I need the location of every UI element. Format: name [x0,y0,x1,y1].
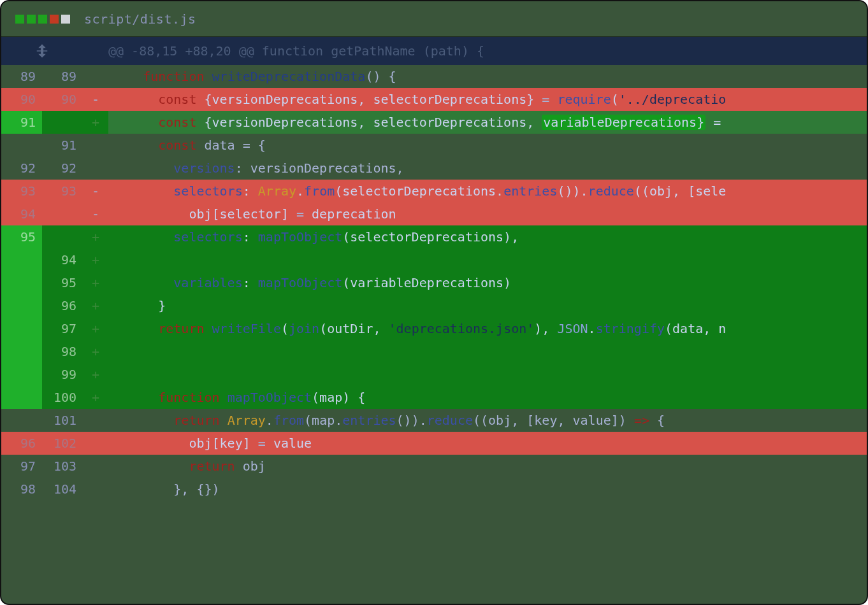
diff-body: 8989 function writeDeprecationData() {90… [1,65,867,501]
line-number-old: 95 [1,225,42,248]
diff-line[interactable]: 98104 }, {}) [1,478,867,501]
code-content: const {versionDeprecations, selectorDepr… [108,88,867,111]
code-content [108,340,867,363]
diff-mark [83,65,108,88]
diff-mark [83,157,108,180]
diff-line[interactable]: 95+ variables: mapToObject(variableDepre… [1,271,867,294]
code-content: } [108,294,867,317]
file-path: script/dist.js [84,11,196,27]
diff-line[interactable]: 98+ [1,340,867,363]
line-number-new [42,111,83,134]
code-content: selectors: Array.from(selectorDeprecatio… [108,180,867,203]
line-number-new: 95 [42,271,83,294]
diff-line[interactable]: 9090- const {versionDeprecations, select… [1,88,867,111]
line-number-new: 92 [42,157,83,180]
square-icon [61,15,70,24]
line-number-old [1,248,42,271]
line-number-old: 91 [1,111,42,134]
diff-mark [83,134,108,157]
square-icon [27,15,36,24]
line-number-new: 94 [42,248,83,271]
diff-mark [83,455,108,478]
code-content [108,363,867,386]
diff-line[interactable]: 95+ selectors: mapToObject(selectorDepre… [1,225,867,248]
diff-mark [83,432,108,455]
hunk-mark [83,37,108,65]
diff-mark: + [83,225,108,248]
line-number-old: 98 [1,478,42,501]
code-content: return Array.from(map.entries()).reduce(… [108,409,867,432]
line-number-old: 97 [1,455,42,478]
traffic-squares [15,15,70,24]
code-content: const data = { [108,134,867,157]
line-number-new [42,225,83,248]
line-number-old: 90 [1,88,42,111]
diff-line[interactable]: 91+ const {versionDeprecations, selector… [1,111,867,134]
diff-line[interactable]: 99+ [1,363,867,386]
line-number-old [1,386,42,409]
code-content: function writeDeprecationData() { [108,65,867,88]
square-icon [15,15,24,24]
diff-line[interactable]: 96102 obj[key] = value [1,432,867,455]
diff-line[interactable]: 94+ [1,248,867,271]
diff-mark: + [83,317,108,340]
diff-mark: + [83,340,108,363]
square-icon [38,15,47,24]
diff-mark: - [83,88,108,111]
diff-mark: + [83,111,108,134]
diff-line[interactable]: 94- obj[selector] = deprecation [1,203,867,225]
code-content: variables: mapToObject(variableDeprecati… [108,271,867,294]
line-number-new: 98 [42,340,83,363]
line-number-old [1,134,42,157]
diff-line[interactable]: 101 return Array.from(map.entries()).red… [1,409,867,432]
line-number-new: 97 [42,317,83,340]
line-number-old [1,294,42,317]
square-icon [50,15,59,24]
code-content [108,248,867,271]
line-number-new: 102 [42,432,83,455]
diff-window: script/dist.js @@ -88,15 +88,20 @@ funct… [0,0,868,605]
diff-line[interactable]: 9292 versions: versionDeprecations, [1,157,867,180]
code-content: obj[key] = value [108,432,867,455]
diff-line[interactable]: 8989 function writeDeprecationData() { [1,65,867,88]
diff-mark: + [83,271,108,294]
diff-mark [83,478,108,501]
code-content: obj[selector] = deprecation [108,203,867,225]
code-content: return obj [108,455,867,478]
diff-mark: + [83,294,108,317]
diff-line[interactable]: 91 const data = { [1,134,867,157]
hunk-header-text: @@ -88,15 +88,20 @@ function getPathName… [108,43,484,59]
hunk-header-row: @@ -88,15 +88,20 @@ function getPathName… [1,37,867,65]
diff-mark: - [83,180,108,203]
code-content: versions: versionDeprecations, [108,157,867,180]
diff-line[interactable]: 9393- selectors: Array.from(selectorDepr… [1,180,867,203]
diff-mark: + [83,363,108,386]
diff-mark [83,409,108,432]
line-number-old [1,409,42,432]
line-number-old: 92 [1,157,42,180]
code-content: const {versionDeprecations, selectorDepr… [108,111,867,134]
line-number-new: 96 [42,294,83,317]
line-number-new: 93 [42,180,83,203]
line-number-old [1,317,42,340]
code-content: }, {}) [108,478,867,501]
unfold-icon [35,44,49,58]
line-number-new: 89 [42,65,83,88]
line-number-new: 99 [42,363,83,386]
line-number-new [42,203,83,225]
line-number-new: 90 [42,88,83,111]
expand-hunk-button[interactable] [1,37,83,65]
line-number-old: 93 [1,180,42,203]
line-number-new: 103 [42,455,83,478]
diff-line[interactable]: 97103 return obj [1,455,867,478]
line-number-old [1,363,42,386]
code-content: selectors: mapToObject(selectorDeprecati… [108,225,867,248]
diff-line[interactable]: 100+ function mapToObject(map) { [1,386,867,409]
diff-mark: + [83,386,108,409]
line-number-new: 91 [42,134,83,157]
line-number-old: 96 [1,432,42,455]
code-content: function mapToObject(map) { [108,386,867,409]
diff-line[interactable]: 96+ } [1,294,867,317]
diff-line[interactable]: 97+ return writeFile(join(outDir, 'depre… [1,317,867,340]
line-number-old [1,340,42,363]
